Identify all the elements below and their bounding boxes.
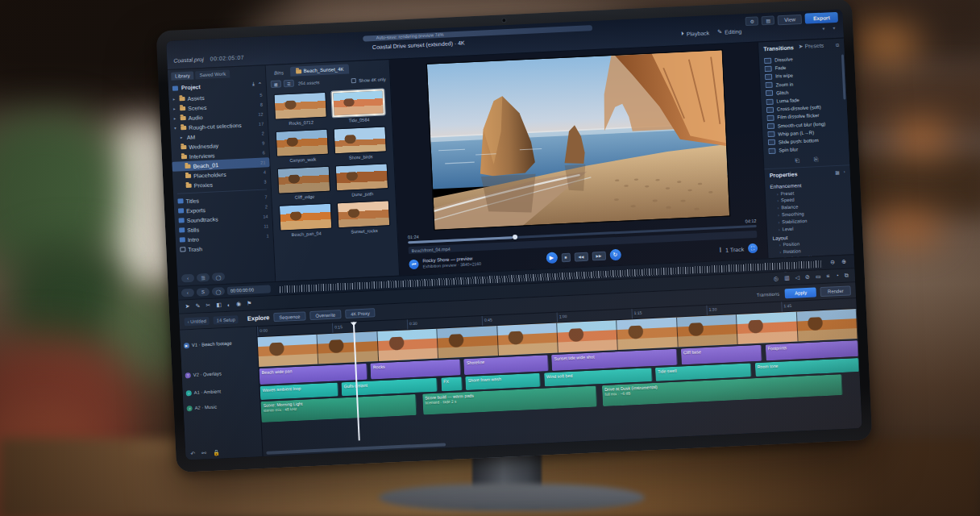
link-icon[interactable]: ⚯ [201,450,206,456]
room-warm-lamp [854,24,919,61]
tab-presets[interactable]: ➤ Presets [799,43,824,50]
play-icon: ⏵ [681,31,684,37]
pop-out-icon[interactable]: ⧉ [836,42,840,48]
mute-icon[interactable]: ⊘ [805,274,810,281]
folder-icon [186,183,192,187]
play-button[interactable]: ▶ [546,252,558,264]
panel-icon[interactable]: ⧉ [845,273,849,279]
media-item[interactable]: Cliff_edge [277,166,331,201]
track-area[interactable]: 0:000:15 0:300:45 1:001:15 1:301:45 Beac… [257,298,862,456]
overwrite-button[interactable]: Overwrite [309,310,341,320]
timeline-clip[interactable]: Rocks [371,359,461,379]
snap-button[interactable]: S [197,288,210,297]
sequence-button[interactable]: Sequence [273,311,306,322]
settings-button[interactable]: ⚙ [745,16,759,26]
fullscreen-button[interactable]: ⛶ [748,243,758,254]
undo-icon[interactable]: ↶ [190,451,195,457]
media-item[interactable]: Canyon_walk [276,129,330,164]
stop-button[interactable]: ■ [561,252,571,262]
audio-track-icon: ♪ [186,390,192,396]
pen-tool-icon[interactable]: ✎ [195,302,200,309]
flag-marker-icon[interactable]: ⚑ [247,300,252,306]
media-item-selected[interactable]: Tide_0584 [331,89,385,123]
chevron-right-icon[interactable]: › [844,169,845,175]
timeline-clip[interactable]: Footprints [765,340,858,360]
track-header-video[interactable]: ▶ V1 · Beach footage [184,337,255,370]
scrubber-handle[interactable] [513,235,517,239]
keyboard-icon[interactable]: ▭ [816,273,821,280]
monitor-stand-base [379,484,645,511]
back-button[interactable]: ‹ [181,274,194,283]
loop-range-button[interactable]: ◯ [212,287,225,296]
record-button[interactable]: ◯ [212,273,225,281]
grid-icon[interactable]: ▦ [835,169,840,175]
timeline-clip[interactable]: Shoreline [464,355,549,375]
step-back-button[interactable]: ◀◀ [574,252,588,261]
timeline-panel: ‹ Untitled 14 Setup Explore Sequence Ove… [179,282,862,460]
zoom-in-icon[interactable]: ⊕ [841,259,846,265]
timeline-clip[interactable]: FX [441,377,463,391]
settings-sliders-icon[interactable]: ≡ [826,273,829,280]
timeline-clip[interactable]: Shore foam wash [465,373,541,390]
nudge-left-button[interactable]: ‹ [181,289,194,298]
view-button[interactable]: View [778,14,803,24]
tab-library[interactable]: Library [171,72,194,81]
proxy-button[interactable]: 4K Proxy [345,308,376,318]
collapse-icon[interactable]: ⌃ [258,81,262,87]
editing-mode-toggle[interactable]: ✎Editing [717,27,742,35]
chevron-down-icon[interactable]: ▾ [822,26,824,31]
media-thumbnail [334,126,387,154]
export-button[interactable]: Export [805,12,838,24]
clock-icon[interactable]: ◔ [835,273,839,279]
razor-tool-icon[interactable]: ✂ [206,302,210,309]
program-monitor[interactable] [426,50,729,231]
layout-button[interactable]: ▤ [762,15,775,25]
user-button[interactable]: ☰ [197,273,210,282]
timecode-input[interactable] [227,285,271,295]
asset-count: 264 assets [298,80,320,85]
timeline-setup-tab[interactable]: 14 Setup [214,315,239,324]
slip-tool-icon[interactable]: ◧ [216,302,222,308]
webcam-icon [501,18,506,23]
import-icon[interactable]: ⤓ [252,81,255,87]
room-warm-lamp [895,121,951,153]
history-icon[interactable]: ⎗ [795,157,799,164]
loop-button[interactable]: ↻ [609,249,621,261]
tab-transitions[interactable]: Transitions [763,44,794,52]
voiceover-icon[interactable]: ◎ [774,276,779,282]
timeline-clip[interactable]: Cliff base [681,345,762,365]
tab-saved-work[interactable]: Saved Work [195,69,230,79]
ripple-tool-icon[interactable]: ◐ [227,302,231,307]
mixer-icon[interactable]: ▥ [784,275,790,281]
list-view-button[interactable]: ☰ [284,80,294,88]
speaker-icon[interactable]: ◁ [795,274,799,281]
track-header-music[interactable]: ♫ A2 · Music [186,400,257,426]
trash-icon [180,247,185,252]
media-item[interactable]: Rocks_0712 [273,92,327,127]
jump-start-button[interactable]: ⏮ [409,260,419,270]
scene: Auto-save: rendering preview 74% Coastal… [0,0,980,516]
zoom-out-icon[interactable]: ⊖ [830,259,835,265]
text-cursor-icon[interactable]: I [719,246,721,254]
select-tool-icon[interactable]: ➤ [185,303,190,310]
media-item[interactable]: Shore_birds [334,126,388,160]
media-item[interactable]: Beach_pan_04 [279,203,333,238]
chevron-down-icon[interactable]: ▾ [833,25,835,31]
apply-button[interactable]: Apply [785,287,817,298]
magnet-tool-icon[interactable]: ◉ [236,301,241,307]
clipboard-icon[interactable]: ⎘ [814,156,819,163]
media-item[interactable]: Sunset_rocks [337,200,391,235]
playback-mode-toggle[interactable]: ⏵Playback [681,29,709,37]
timeline-back-tab[interactable]: ‹ Untitled [184,316,210,325]
folder-icon [296,69,301,73]
step-forward-button[interactable]: ▶▶ [592,251,605,260]
monitor: Auto-save: rendering preview 74% Coastal… [156,0,873,472]
lock-icon[interactable]: 🔒 [213,450,220,456]
folder-icon [185,164,190,168]
filter-4k-toggle[interactable]: Show 4K only [351,77,386,83]
preview-panel: 01:24 04:12 Beachfront_04.mp4 ⏮ Rocky Sh… [390,42,769,275]
grid-view-button[interactable]: ▦ [271,80,281,88]
media-item[interactable]: Dune_path [335,163,389,198]
render-button[interactable]: Render [820,285,851,297]
timeline-clip[interactable]: Waves ambient loop [260,383,338,401]
